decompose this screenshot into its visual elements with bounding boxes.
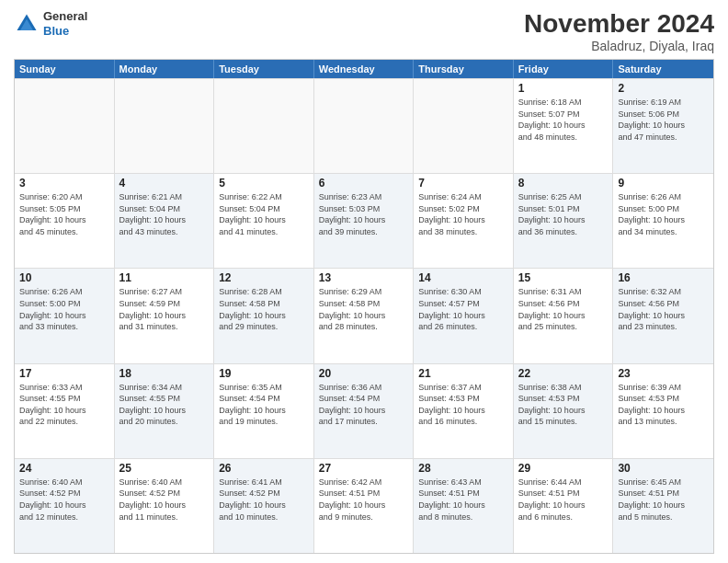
cell-info: Sunrise: 6:40 AM Sunset: 4:52 PM Dayligh… bbox=[119, 477, 210, 523]
calendar-cell: 16Sunrise: 6:32 AM Sunset: 4:56 PM Dayli… bbox=[613, 269, 713, 362]
calendar-cell: 17Sunrise: 6:33 AM Sunset: 4:55 PM Dayli… bbox=[15, 364, 115, 458]
cell-info: Sunrise: 6:45 AM Sunset: 4:51 PM Dayligh… bbox=[618, 477, 709, 523]
cell-info: Sunrise: 6:40 AM Sunset: 4:52 PM Dayligh… bbox=[19, 477, 109, 523]
day-number: 19 bbox=[219, 367, 309, 380]
day-number: 29 bbox=[518, 462, 609, 475]
day-number: 30 bbox=[618, 462, 709, 475]
day-number: 6 bbox=[319, 177, 409, 190]
day-number: 21 bbox=[418, 367, 508, 380]
cell-info: Sunrise: 6:34 AM Sunset: 4:55 PM Dayligh… bbox=[119, 382, 210, 428]
day-number: 26 bbox=[219, 462, 309, 475]
calendar-cell: 29Sunrise: 6:44 AM Sunset: 4:51 PM Dayli… bbox=[514, 459, 614, 553]
calendar-cell bbox=[15, 79, 115, 173]
cell-info: Sunrise: 6:25 AM Sunset: 5:01 PM Dayligh… bbox=[518, 191, 609, 237]
calendar-cell: 22Sunrise: 6:38 AM Sunset: 4:53 PM Dayli… bbox=[514, 364, 614, 458]
calendar-cell: 20Sunrise: 6:36 AM Sunset: 4:54 PM Dayli… bbox=[314, 364, 415, 458]
cell-info: Sunrise: 6:21 AM Sunset: 5:04 PM Dayligh… bbox=[119, 191, 210, 237]
day-number: 10 bbox=[19, 271, 109, 284]
calendar-cell: 2Sunrise: 6:19 AM Sunset: 5:06 PM Daylig… bbox=[613, 79, 713, 173]
calendar-cell: 27Sunrise: 6:42 AM Sunset: 4:51 PM Dayli… bbox=[314, 459, 415, 553]
cell-info: Sunrise: 6:43 AM Sunset: 4:51 PM Dayligh… bbox=[418, 477, 508, 523]
calendar-header: SundayMondayTuesdayWednesdayThursdayFrid… bbox=[15, 60, 713, 78]
day-number: 3 bbox=[19, 177, 109, 190]
calendar-row: 1Sunrise: 6:18 AM Sunset: 5:07 PM Daylig… bbox=[15, 78, 713, 173]
logo-text: General Blue bbox=[43, 9, 87, 38]
header-day: Friday bbox=[514, 60, 614, 78]
cell-info: Sunrise: 6:27 AM Sunset: 4:59 PM Dayligh… bbox=[119, 286, 210, 332]
cell-info: Sunrise: 6:32 AM Sunset: 4:56 PM Dayligh… bbox=[618, 286, 709, 332]
day-number: 12 bbox=[219, 271, 309, 284]
cell-info: Sunrise: 6:35 AM Sunset: 4:54 PM Dayligh… bbox=[219, 382, 309, 428]
header-day: Wednesday bbox=[314, 60, 415, 78]
day-number: 13 bbox=[319, 271, 409, 284]
cell-info: Sunrise: 6:36 AM Sunset: 4:54 PM Dayligh… bbox=[319, 382, 409, 428]
main-title: November 2024 bbox=[524, 9, 714, 39]
logo: General Blue bbox=[14, 9, 87, 38]
cell-info: Sunrise: 6:28 AM Sunset: 4:58 PM Dayligh… bbox=[219, 286, 309, 332]
day-number: 27 bbox=[319, 462, 409, 475]
day-number: 20 bbox=[319, 367, 409, 380]
cell-info: Sunrise: 6:38 AM Sunset: 4:53 PM Dayligh… bbox=[518, 382, 609, 428]
calendar-cell: 14Sunrise: 6:30 AM Sunset: 4:57 PM Dayli… bbox=[414, 269, 514, 362]
header-day: Sunday bbox=[15, 60, 115, 78]
page: General Blue November 2024 Baladruz, Diy… bbox=[0, 0, 728, 563]
day-number: 24 bbox=[19, 462, 109, 475]
day-number: 23 bbox=[618, 367, 709, 380]
day-number: 14 bbox=[418, 271, 508, 284]
logo-icon bbox=[14, 11, 40, 37]
cell-info: Sunrise: 6:31 AM Sunset: 4:56 PM Dayligh… bbox=[518, 286, 609, 332]
header-day: Monday bbox=[115, 60, 215, 78]
title-block: November 2024 Baladruz, Diyala, Iraq bbox=[524, 9, 714, 53]
calendar-cell: 8Sunrise: 6:25 AM Sunset: 5:01 PM Daylig… bbox=[514, 174, 614, 268]
cell-info: Sunrise: 6:44 AM Sunset: 4:51 PM Dayligh… bbox=[518, 477, 609, 523]
calendar-cell: 9Sunrise: 6:26 AM Sunset: 5:00 PM Daylig… bbox=[613, 174, 713, 268]
calendar-cell: 10Sunrise: 6:26 AM Sunset: 5:00 PM Dayli… bbox=[15, 269, 115, 362]
calendar-cell: 4Sunrise: 6:21 AM Sunset: 5:04 PM Daylig… bbox=[115, 174, 215, 268]
day-number: 1 bbox=[518, 82, 609, 95]
calendar-row: 24Sunrise: 6:40 AM Sunset: 4:52 PM Dayli… bbox=[15, 458, 713, 553]
day-number: 8 bbox=[518, 177, 609, 190]
calendar-cell: 19Sunrise: 6:35 AM Sunset: 4:54 PM Dayli… bbox=[214, 364, 314, 458]
calendar-cell: 24Sunrise: 6:40 AM Sunset: 4:52 PM Dayli… bbox=[15, 459, 115, 553]
calendar-cell: 13Sunrise: 6:29 AM Sunset: 4:58 PM Dayli… bbox=[314, 269, 415, 362]
calendar-cell: 5Sunrise: 6:22 AM Sunset: 5:04 PM Daylig… bbox=[214, 174, 314, 268]
day-number: 7 bbox=[418, 177, 508, 190]
cell-info: Sunrise: 6:29 AM Sunset: 4:58 PM Dayligh… bbox=[319, 286, 409, 332]
day-number: 5 bbox=[219, 177, 309, 190]
cell-info: Sunrise: 6:18 AM Sunset: 5:07 PM Dayligh… bbox=[518, 97, 609, 143]
logo-general: General bbox=[43, 9, 87, 24]
day-number: 4 bbox=[119, 177, 210, 190]
calendar: SundayMondayTuesdayWednesdayThursdayFrid… bbox=[14, 59, 714, 554]
calendar-cell: 15Sunrise: 6:31 AM Sunset: 4:56 PM Dayli… bbox=[514, 269, 614, 362]
cell-info: Sunrise: 6:23 AM Sunset: 5:03 PM Dayligh… bbox=[319, 191, 409, 237]
cell-info: Sunrise: 6:42 AM Sunset: 4:51 PM Dayligh… bbox=[319, 477, 409, 523]
calendar-cell: 25Sunrise: 6:40 AM Sunset: 4:52 PM Dayli… bbox=[115, 459, 215, 553]
cell-info: Sunrise: 6:26 AM Sunset: 5:00 PM Dayligh… bbox=[618, 191, 709, 237]
subtitle: Baladruz, Diyala, Iraq bbox=[524, 39, 714, 53]
cell-info: Sunrise: 6:26 AM Sunset: 5:00 PM Dayligh… bbox=[19, 286, 109, 332]
cell-info: Sunrise: 6:39 AM Sunset: 4:53 PM Dayligh… bbox=[618, 382, 709, 428]
day-number: 9 bbox=[618, 177, 709, 190]
day-number: 17 bbox=[19, 367, 109, 380]
day-number: 28 bbox=[418, 462, 508, 475]
day-number: 2 bbox=[618, 82, 709, 95]
day-number: 22 bbox=[518, 367, 609, 380]
cell-info: Sunrise: 6:24 AM Sunset: 5:02 PM Dayligh… bbox=[418, 191, 508, 237]
calendar-cell bbox=[314, 79, 415, 173]
cell-info: Sunrise: 6:20 AM Sunset: 5:05 PM Dayligh… bbox=[19, 191, 109, 237]
calendar-cell bbox=[115, 79, 215, 173]
calendar-row: 3Sunrise: 6:20 AM Sunset: 5:05 PM Daylig… bbox=[15, 173, 713, 268]
header-day: Tuesday bbox=[214, 60, 314, 78]
calendar-cell: 21Sunrise: 6:37 AM Sunset: 4:53 PM Dayli… bbox=[414, 364, 514, 458]
calendar-body: 1Sunrise: 6:18 AM Sunset: 5:07 PM Daylig… bbox=[15, 78, 713, 553]
calendar-cell: 3Sunrise: 6:20 AM Sunset: 5:05 PM Daylig… bbox=[15, 174, 115, 268]
calendar-cell: 18Sunrise: 6:34 AM Sunset: 4:55 PM Dayli… bbox=[115, 364, 215, 458]
calendar-cell: 11Sunrise: 6:27 AM Sunset: 4:59 PM Dayli… bbox=[115, 269, 215, 362]
cell-info: Sunrise: 6:33 AM Sunset: 4:55 PM Dayligh… bbox=[19, 382, 109, 428]
cell-info: Sunrise: 6:22 AM Sunset: 5:04 PM Dayligh… bbox=[219, 191, 309, 237]
cell-info: Sunrise: 6:37 AM Sunset: 4:53 PM Dayligh… bbox=[418, 382, 508, 428]
cell-info: Sunrise: 6:41 AM Sunset: 4:52 PM Dayligh… bbox=[219, 477, 309, 523]
logo-blue: Blue bbox=[43, 24, 87, 39]
day-number: 18 bbox=[119, 367, 210, 380]
calendar-cell: 28Sunrise: 6:43 AM Sunset: 4:51 PM Dayli… bbox=[414, 459, 514, 553]
